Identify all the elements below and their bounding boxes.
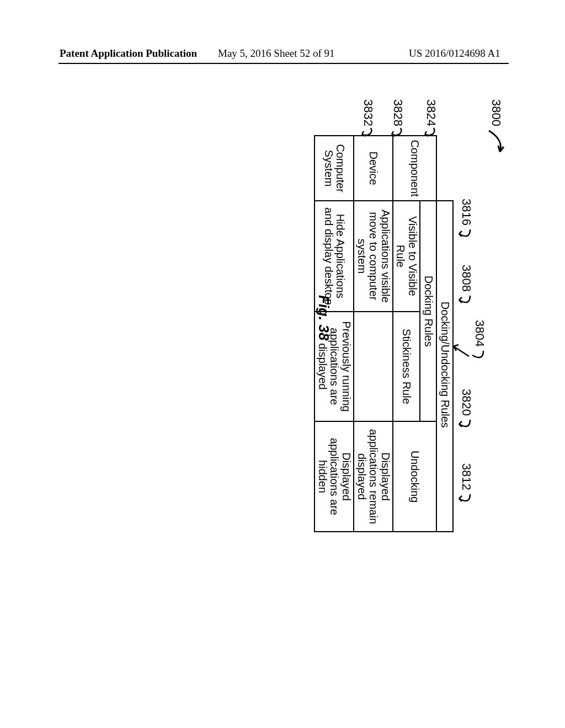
figure-38: 3800 3816 3808 3804 3820 3812 3824 — [73, 99, 503, 540]
patent-page: Patent Application Publication May 5, 20… — [0, 0, 565, 728]
blank-top-left-cell — [436, 136, 453, 201]
ref-3804-leader-icon — [451, 324, 470, 368]
sub-stickiness-rule-header: Stickiness Rule — [393, 312, 420, 422]
col-undocking-header: Undocking — [393, 421, 436, 532]
device-stick-cell — [354, 312, 393, 422]
ref-3820-label: 3820 — [459, 389, 473, 416]
header-pubnumber: US 2016/0124698 A1 — [409, 47, 500, 60]
device-undock-cell: Displayed applications remain displayed — [354, 421, 393, 532]
ref-3824-label: 3824 — [424, 99, 438, 126]
device-component-cell: Device — [354, 136, 393, 201]
ref-3812-hook-icon — [457, 492, 471, 505]
header-date-sheet: May 5, 2016 Sheet 52 of 91 — [218, 47, 335, 60]
docking-rules-table: Docking/Undocking Rules Component Dockin… — [314, 135, 454, 532]
ref-3804-label: 3804 — [472, 320, 487, 347]
ref-3828-label: 3828 — [391, 99, 405, 126]
computer-system-undock-cell: Displayed applications are hidden — [315, 421, 354, 532]
ref-3808-label: 3808 — [459, 265, 473, 292]
ref-3820-hook-icon — [457, 417, 471, 431]
ref-3800-label: 3800 — [489, 99, 503, 126]
ref-3800-arrow-icon — [487, 130, 505, 155]
computer-system-component-cell: Computer System — [315, 136, 354, 201]
ref-3832-label: 3832 — [361, 99, 375, 126]
col-undocking-text: Undocking — [409, 451, 421, 503]
super-header-text: Docking/Undocking Rules — [439, 302, 451, 428]
ref-3804-hook-icon — [470, 349, 484, 362]
table-row: Device Applications visible move to comp… — [354, 136, 393, 532]
sub-visible-rule-header: Visible to Visible Rule — [393, 201, 420, 311]
ref-3812-label: 3812 — [459, 463, 473, 490]
ref-3816-hook-icon — [457, 227, 471, 240]
header-publication: Patent Application Publication — [60, 47, 197, 60]
header-rule-line — [58, 63, 509, 64]
ref-3808-hook-icon — [457, 293, 471, 307]
col-docking-rules-header: Docking Rules — [420, 201, 436, 421]
super-header-cell: Docking/Undocking Rules — [436, 201, 453, 532]
col-component-header: Component — [393, 136, 436, 201]
ref-3816-label: 3816 — [459, 199, 473, 226]
device-vis-cell: Applications visible move to computer sy… — [354, 201, 393, 311]
figure-caption: Fig. 38 — [315, 295, 332, 340]
